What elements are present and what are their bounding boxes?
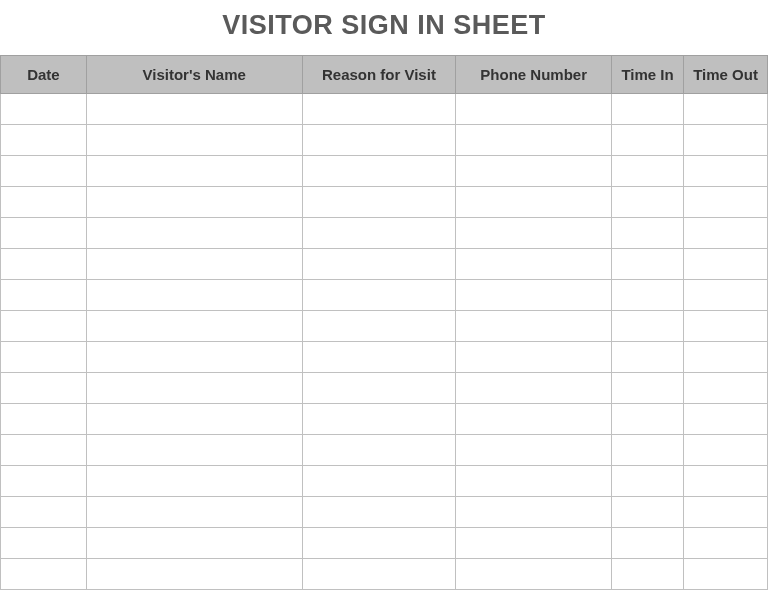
table-cell[interactable] [302, 435, 456, 466]
table-cell[interactable] [86, 404, 302, 435]
table-cell[interactable] [302, 528, 456, 559]
table-cell[interactable] [86, 342, 302, 373]
table-cell[interactable] [86, 559, 302, 590]
table-cell[interactable] [612, 187, 684, 218]
table-cell[interactable] [1, 94, 87, 125]
table-cell[interactable] [1, 249, 87, 280]
table-cell[interactable] [86, 280, 302, 311]
table-cell[interactable] [1, 187, 87, 218]
table-cell[interactable] [86, 125, 302, 156]
table-cell[interactable] [1, 466, 87, 497]
table-cell[interactable] [86, 94, 302, 125]
table-cell[interactable] [684, 218, 768, 249]
table-cell[interactable] [302, 373, 456, 404]
table-cell[interactable] [302, 280, 456, 311]
table-row [1, 187, 768, 218]
table-cell[interactable] [612, 559, 684, 590]
table-cell[interactable] [302, 249, 456, 280]
table-cell[interactable] [302, 404, 456, 435]
table-cell[interactable] [1, 218, 87, 249]
table-cell[interactable] [684, 528, 768, 559]
table-cell[interactable] [684, 559, 768, 590]
table-cell[interactable] [456, 528, 612, 559]
table-cell[interactable] [684, 125, 768, 156]
table-cell[interactable] [1, 404, 87, 435]
table-cell[interactable] [684, 187, 768, 218]
column-header-date: Date [1, 56, 87, 94]
table-cell[interactable] [1, 125, 87, 156]
table-cell[interactable] [302, 187, 456, 218]
table-cell[interactable] [86, 435, 302, 466]
table-cell[interactable] [612, 404, 684, 435]
table-cell[interactable] [1, 156, 87, 187]
table-cell[interactable] [456, 435, 612, 466]
table-cell[interactable] [86, 466, 302, 497]
table-cell[interactable] [612, 311, 684, 342]
table-cell[interactable] [684, 342, 768, 373]
table-cell[interactable] [684, 497, 768, 528]
table-cell[interactable] [302, 94, 456, 125]
table-cell[interactable] [302, 497, 456, 528]
table-cell[interactable] [1, 435, 87, 466]
table-cell[interactable] [1, 311, 87, 342]
table-cell[interactable] [86, 187, 302, 218]
table-cell[interactable] [684, 435, 768, 466]
table-cell[interactable] [684, 249, 768, 280]
table-cell[interactable] [86, 156, 302, 187]
table-row [1, 218, 768, 249]
table-cell[interactable] [456, 280, 612, 311]
table-cell[interactable] [456, 404, 612, 435]
table-cell[interactable] [612, 125, 684, 156]
table-cell[interactable] [612, 280, 684, 311]
table-cell[interactable] [302, 125, 456, 156]
table-cell[interactable] [86, 311, 302, 342]
table-cell[interactable] [684, 373, 768, 404]
table-cell[interactable] [684, 466, 768, 497]
table-cell[interactable] [456, 466, 612, 497]
table-cell[interactable] [1, 559, 87, 590]
table-cell[interactable] [302, 342, 456, 373]
table-cell[interactable] [86, 528, 302, 559]
table-cell[interactable] [612, 94, 684, 125]
table-cell[interactable] [684, 156, 768, 187]
table-cell[interactable] [612, 435, 684, 466]
table-cell[interactable] [456, 218, 612, 249]
table-cell[interactable] [612, 249, 684, 280]
table-cell[interactable] [456, 187, 612, 218]
table-cell[interactable] [86, 373, 302, 404]
table-cell[interactable] [612, 156, 684, 187]
table-cell[interactable] [1, 280, 87, 311]
table-cell[interactable] [302, 218, 456, 249]
table-cell[interactable] [302, 156, 456, 187]
table-cell[interactable] [302, 559, 456, 590]
table-cell[interactable] [456, 94, 612, 125]
table-cell[interactable] [1, 497, 87, 528]
table-cell[interactable] [86, 497, 302, 528]
table-cell[interactable] [456, 311, 612, 342]
table-cell[interactable] [612, 342, 684, 373]
table-cell[interactable] [456, 249, 612, 280]
table-cell[interactable] [612, 497, 684, 528]
table-cell[interactable] [86, 249, 302, 280]
table-cell[interactable] [302, 466, 456, 497]
table-cell[interactable] [456, 559, 612, 590]
table-cell[interactable] [684, 280, 768, 311]
table-cell[interactable] [1, 373, 87, 404]
table-cell[interactable] [456, 373, 612, 404]
table-cell[interactable] [86, 218, 302, 249]
table-cell[interactable] [456, 125, 612, 156]
table-cell[interactable] [612, 528, 684, 559]
table-cell[interactable] [612, 373, 684, 404]
table-cell[interactable] [1, 528, 87, 559]
table-row [1, 156, 768, 187]
table-cell[interactable] [302, 311, 456, 342]
table-cell[interactable] [684, 404, 768, 435]
table-cell[interactable] [684, 311, 768, 342]
table-cell[interactable] [612, 466, 684, 497]
table-cell[interactable] [456, 497, 612, 528]
table-cell[interactable] [684, 94, 768, 125]
table-cell[interactable] [456, 156, 612, 187]
table-cell[interactable] [1, 342, 87, 373]
table-cell[interactable] [456, 342, 612, 373]
table-cell[interactable] [612, 218, 684, 249]
